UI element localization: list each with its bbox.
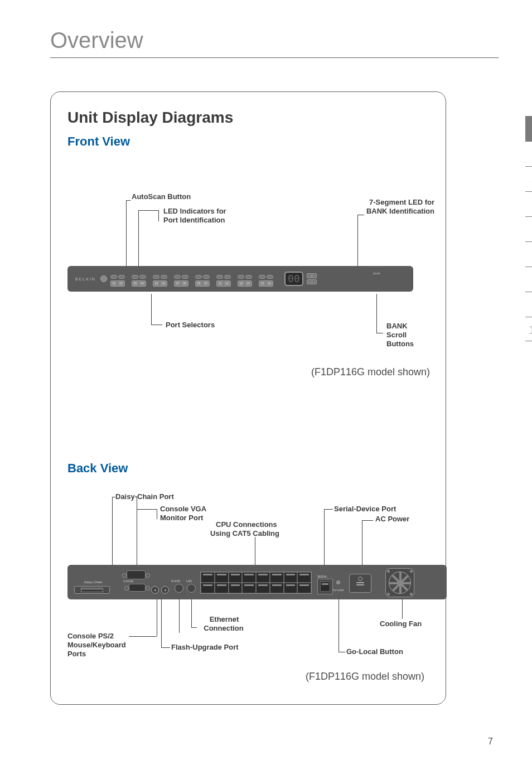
line xyxy=(151,325,162,325)
port-led xyxy=(174,275,181,279)
rj45-port[interactable] xyxy=(297,583,311,593)
port-selector-button[interactable]: 10 xyxy=(202,281,209,286)
callout-led-2: Port Identification xyxy=(163,216,225,225)
port-led xyxy=(161,275,167,279)
port-selector-button[interactable]: 16 xyxy=(266,281,273,286)
port-selector-button[interactable]: 02 xyxy=(118,281,124,286)
callout-daisy-chain: Daisy-Chain Port xyxy=(115,492,174,501)
port-selector-button[interactable]: 12 xyxy=(224,281,230,286)
callout-7seg-1: 7-Segment LED for xyxy=(362,198,434,207)
line xyxy=(138,210,158,211)
port-led xyxy=(216,275,223,279)
port-selector-button[interactable]: 05 xyxy=(153,281,160,286)
port-selector-button[interactable]: 14 xyxy=(245,281,252,286)
port-selector-button[interactable]: 08 xyxy=(181,281,188,286)
section-nav-item-9[interactable]: 9 xyxy=(525,292,532,317)
port-selector-button[interactable]: 06 xyxy=(160,281,167,286)
port-selector-button[interactable]: 09 xyxy=(196,281,202,286)
rj45-port[interactable] xyxy=(284,572,298,583)
callout-led-1: LED Indicators for xyxy=(163,207,226,216)
port-selector-button[interactable]: 01 xyxy=(111,281,118,286)
front-view-heading: Front View xyxy=(67,134,429,149)
section-nav-item-1[interactable]: 1 xyxy=(525,91,532,117)
page-title: Overview xyxy=(50,28,499,53)
rj45-port[interactable] xyxy=(229,583,243,593)
autoscan-button[interactable] xyxy=(100,275,107,282)
console-label: Console xyxy=(123,579,133,583)
rj45-port[interactable] xyxy=(284,583,298,593)
brand-logo: BELKIN xyxy=(75,277,96,281)
line xyxy=(357,215,364,215)
section-nav-item-8[interactable]: 8 xyxy=(525,267,532,292)
rj45-port[interactable] xyxy=(201,583,215,593)
section-nav-item-5[interactable]: 5 xyxy=(525,192,532,217)
line xyxy=(158,210,159,221)
daisy-chain-label: Daisy-Chain xyxy=(84,580,103,584)
go-local-button[interactable] xyxy=(336,580,340,584)
callout-cpu-1: CPU Connections xyxy=(216,520,277,529)
section-nav: section 12345678910 xyxy=(519,91,532,341)
callout-ac: AC Power xyxy=(375,515,409,524)
serial-label: SERIAL xyxy=(317,575,327,578)
callout-ps2-1: Console PS/2 xyxy=(67,632,114,641)
callout-7seg-2: BANK Identification xyxy=(362,207,434,216)
model-caption-front: (F1DP116G model shown) xyxy=(252,366,430,378)
section-nav-item-7[interactable]: 7 xyxy=(525,242,532,267)
section-nav-item-4[interactable]: 4 xyxy=(525,167,532,192)
line xyxy=(137,497,137,572)
rj45-port[interactable] xyxy=(270,583,284,593)
rj45-port[interactable] xyxy=(256,572,270,583)
port-selector-button[interactable]: 04 xyxy=(139,281,146,286)
rj45-port[interactable] xyxy=(256,583,270,593)
port-led xyxy=(238,275,244,279)
serial-rj-port[interactable] xyxy=(320,582,330,592)
line xyxy=(362,520,373,521)
rj45-port[interactable] xyxy=(229,572,243,583)
rj45-port[interactable] xyxy=(242,572,256,583)
port-pair: 09 10 xyxy=(195,275,210,287)
ps2-mouse-port[interactable] xyxy=(151,586,159,594)
line xyxy=(137,509,157,510)
line xyxy=(126,200,130,201)
port-led xyxy=(195,275,202,279)
section-nav-item-6[interactable]: 6 xyxy=(525,217,532,242)
port-selector-button[interactable]: 15 xyxy=(259,281,266,286)
line xyxy=(179,599,180,633)
rj45-port[interactable] xyxy=(215,583,229,593)
port-selector-button[interactable]: 13 xyxy=(238,281,245,286)
rj45-port[interactable] xyxy=(242,583,256,593)
rj45-port[interactable] xyxy=(270,572,284,583)
line xyxy=(157,509,157,519)
section-nav-item-2[interactable]: 2 xyxy=(525,117,532,142)
ac-power-inlet[interactable] xyxy=(349,574,371,593)
diagram-card: Unit Display Diagrams Front View AutoSca… xyxy=(50,91,446,705)
callout-eth-1: Ethernet xyxy=(199,615,249,624)
port-led xyxy=(182,275,188,279)
line xyxy=(191,627,197,628)
port-led xyxy=(118,275,125,279)
cooling-fan xyxy=(385,568,414,597)
daisy-chain-vga-port[interactable] xyxy=(127,570,146,579)
port-selector-button[interactable]: 11 xyxy=(217,281,224,286)
flash-port[interactable] xyxy=(175,584,183,593)
line xyxy=(161,599,162,647)
section-nav-item-3[interactable]: 3 xyxy=(525,142,532,167)
callout-flash-upgrade: Flash-Upgrade Port xyxy=(171,643,239,652)
daisy-chain-jack[interactable] xyxy=(74,586,110,594)
rj45-port[interactable] xyxy=(201,572,215,583)
ps2-keyboard-port[interactable] xyxy=(161,586,169,594)
rj45-port[interactable] xyxy=(297,572,311,583)
callout-bank-1: BANK xyxy=(386,322,408,331)
rj45-port[interactable] xyxy=(215,572,229,583)
line xyxy=(112,497,115,497)
port-selector-button[interactable]: 07 xyxy=(175,281,181,286)
console-vga-port[interactable] xyxy=(129,584,146,592)
section-nav-item-10[interactable]: 10 xyxy=(525,317,532,341)
port-selector-button[interactable]: 03 xyxy=(132,281,139,286)
bank-up-button[interactable]: + xyxy=(307,273,317,278)
bank-down-button[interactable]: − xyxy=(307,279,317,284)
device-back-panel: Daisy-Chain Console FLASH LAN SERIAL xyxy=(67,565,447,599)
callout-ps2-2: Mouse/Keyboard xyxy=(67,641,126,650)
lan-port[interactable] xyxy=(187,584,196,593)
back-view-block: Daisy-Chain Port Console VGA Monitor Por… xyxy=(67,481,429,682)
